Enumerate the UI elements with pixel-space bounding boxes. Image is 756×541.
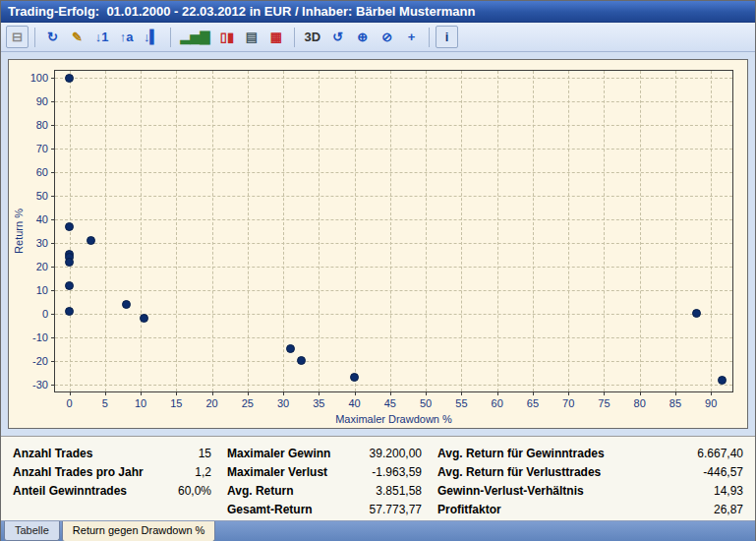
refresh-button[interactable]: ↻	[41, 26, 64, 48]
gridline-horizontal	[55, 290, 732, 291]
data-point[interactable]	[692, 309, 701, 318]
gridline-horizontal	[55, 267, 732, 268]
data-point[interactable]	[718, 376, 727, 385]
data-point[interactable]	[87, 236, 95, 245]
chart-panel: Return % 0510152025303540455055606570758…	[1, 52, 755, 436]
data-point[interactable]	[65, 307, 74, 316]
x-tick-label: 45	[384, 397, 396, 409]
zoom-button[interactable]: ⊕	[351, 26, 374, 48]
gridline-horizontal	[55, 243, 732, 244]
scatter-plot[interactable]: 051015202530354045505560657075808590-30-…	[54, 70, 733, 392]
stat-label: Gesamt-Return	[227, 503, 313, 516]
gridline-horizontal	[55, 361, 732, 362]
data-point[interactable]	[350, 373, 359, 382]
stat-value: 14,93	[714, 484, 743, 498]
y-tick-label: -20	[32, 355, 48, 367]
data-point[interactable]	[65, 281, 74, 290]
window-titlebar: Trading-Erfolg: 01.01.2000 - 22.03.2012 …	[1, 1, 755, 23]
candlestick-chart-button[interactable]: ▯▮	[216, 26, 239, 48]
stat-row: Anzahl Trades15	[13, 444, 211, 462]
y-tick-mark	[51, 290, 55, 291]
x-tick-mark	[319, 391, 320, 395]
x-tick-mark	[426, 391, 427, 395]
x-tick-label: 40	[348, 397, 360, 409]
gridline-vertical	[319, 71, 320, 391]
gridline-vertical	[461, 71, 462, 391]
gridline-horizontal	[55, 196, 732, 197]
gridline-horizontal	[55, 125, 732, 126]
data-point[interactable]	[122, 300, 131, 309]
stat-row: Maximaler Gewinn39.200,00	[227, 444, 422, 462]
stats-column-1: Anzahl Trades15Anzahl Trades pro Jahr1,2…	[13, 444, 211, 518]
stat-value: -446,57	[703, 465, 743, 479]
print-preview-button[interactable]: ⊟	[6, 26, 29, 48]
data-point[interactable]	[65, 258, 74, 267]
x-tick-mark	[248, 391, 249, 395]
bar-chart-button[interactable]: ▂▅▇	[177, 26, 214, 48]
y-tick-label: 60	[36, 166, 48, 178]
x-tick-mark	[568, 391, 569, 395]
rotate-button[interactable]: ↺	[326, 26, 349, 48]
y-tick-label: 0	[42, 308, 48, 320]
gridline-vertical	[283, 71, 284, 391]
x-tick-label: 65	[527, 397, 539, 409]
x-tick-label: 35	[313, 397, 324, 409]
sort-ascending-button[interactable]: ↑a	[115, 26, 138, 48]
y-tick-label: 70	[36, 143, 48, 154]
report-button[interactable]: ▤	[241, 26, 263, 48]
toolbar-separator	[170, 28, 171, 47]
x-axis-title: Maximaler Drawdown %	[54, 413, 733, 425]
y-tick-label: 40	[36, 213, 48, 225]
x-tick-mark	[675, 391, 676, 395]
data-point[interactable]	[65, 74, 74, 83]
toolbar-separator	[294, 28, 295, 47]
x-tick-mark	[141, 391, 142, 395]
pan-button[interactable]: ⊘	[376, 26, 398, 48]
data-point[interactable]	[297, 356, 306, 365]
x-tick-label: 25	[242, 397, 254, 409]
3d-toggle-button[interactable]: 3D	[301, 26, 325, 48]
gridline-vertical	[141, 71, 142, 391]
stat-value: 39.200,00	[370, 447, 422, 460]
x-tick-mark	[176, 391, 177, 395]
tab-tabelle[interactable]: Tabelle	[4, 521, 60, 541]
gridline-vertical	[70, 71, 71, 391]
x-tick-mark	[461, 391, 462, 395]
stat-label: Maximaler Gewinn	[227, 447, 330, 460]
gridline-horizontal	[55, 314, 732, 315]
stat-row: Avg. Return3.851,58	[227, 481, 422, 500]
x-tick-mark	[212, 391, 213, 395]
data-point[interactable]	[65, 222, 74, 231]
sort-descending-button[interactable]: ↓1	[90, 26, 113, 48]
gridline-vertical	[248, 71, 249, 391]
toolbar-separator	[34, 28, 35, 47]
stats-column-2: Maximaler Gewinn39.200,00Maximaler Verlu…	[227, 444, 422, 518]
gridline-vertical	[212, 71, 213, 391]
x-tick-mark	[70, 391, 71, 395]
gridline-horizontal	[55, 337, 732, 338]
stat-value: 3.851,58	[376, 484, 422, 498]
gridline-vertical	[497, 71, 498, 391]
tab-return-gegen-drawdown[interactable]: Return gegen Drawdown %	[62, 521, 216, 541]
data-point[interactable]	[140, 314, 148, 323]
stat-value: 1,2	[195, 465, 211, 479]
stat-value: 57.773,77	[370, 503, 422, 516]
delete-chart-button[interactable]: ▦	[265, 26, 288, 48]
stat-value: -1.963,59	[372, 465, 422, 479]
x-tick-mark	[604, 391, 605, 395]
y-axis-title-container: Return %	[11, 70, 27, 392]
x-tick-label: 50	[420, 397, 432, 409]
y-tick-label: 30	[36, 237, 48, 249]
stat-row: Avg. Return für Gewinntrades6.667,40	[437, 444, 743, 462]
data-point[interactable]	[286, 344, 295, 353]
info-button[interactable]: i	[436, 26, 458, 48]
y-tick-label: 100	[30, 72, 48, 84]
gridline-vertical	[711, 71, 712, 391]
gridline-vertical	[176, 71, 177, 391]
crosshair-button[interactable]: +	[400, 26, 423, 48]
y-tick-mark	[51, 101, 55, 102]
sort-by-value-button[interactable]: ↓▍	[140, 26, 164, 48]
filter-edit-button[interactable]: ✎	[66, 26, 88, 48]
gridline-vertical	[604, 71, 605, 391]
stat-label: Avg. Return für Verlusttrades	[437, 465, 601, 479]
